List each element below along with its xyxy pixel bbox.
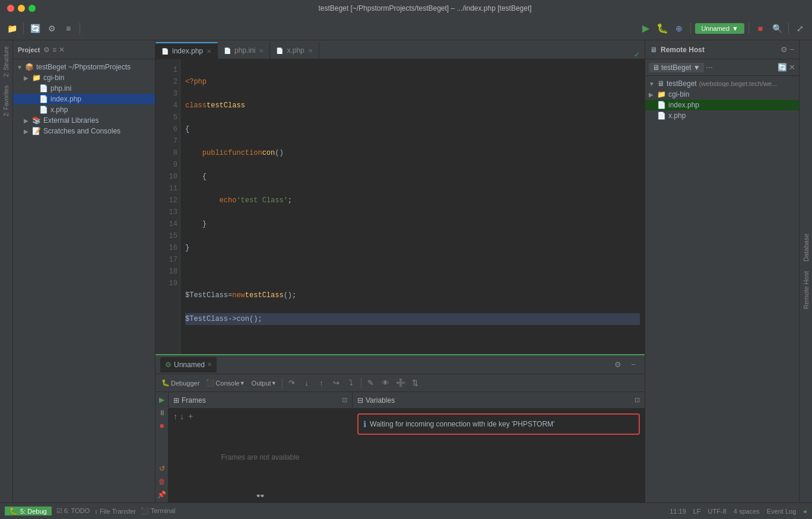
remote-close-icon[interactable]: ✕ [789,63,795,72]
tab-icon-xphp: 📄 [276,47,283,54]
close-tab-phpini[interactable]: ✕ [259,47,264,54]
add-watch-icon[interactable]: ➕ [394,377,407,390]
step-over-icon[interactable]: ↷ [286,377,299,390]
debug-settings-icon[interactable]: ⚙ [611,358,624,371]
remote-sync-icon[interactable]: 🔄 [778,63,787,72]
stop-icon[interactable]: ■ [753,21,767,36]
close-dot[interactable] [7,5,14,12]
frames-label: Frames [182,396,206,405]
maximize-dot[interactable] [28,5,36,12]
run-config-button[interactable]: Unnamed ▼ [695,23,744,34]
structure-tab[interactable]: 2: Structure [2,43,11,81]
remote-item-server[interactable]: ▼ 🖥 testBeget (webstoqe.beget.tech/we... [645,78,799,89]
output-label: Output [252,380,271,387]
cgi-bin-label: cgi-bin [43,74,64,82]
close-tab-index[interactable]: ✕ [207,48,211,55]
sidebar-item-external-libs[interactable]: ▶ 📚 External Libraries [13,115,155,126]
remote-dots-icon[interactable]: ⋯ [706,63,713,72]
pause-icon[interactable]: ⏸ [157,407,167,418]
statusbar-terminal[interactable]: ⬛ Terminal [141,507,175,515]
stop-debug-icon[interactable]: ■ [157,421,167,431]
statusbar-charset[interactable]: UTF-8 [708,508,727,515]
remote-host-side-tab[interactable]: Remote Host [803,266,810,314]
tab-x-php[interactable]: 📄 x.php ✕ [270,42,319,59]
search-icon[interactable]: 🔍 [770,21,784,36]
run-icon[interactable]: ▶ [639,21,653,36]
remote-server-select[interactable]: 🖥 testBeget ▼ [649,63,704,72]
sort-icon[interactable]: ⇅ [409,377,422,390]
remote-expand-cgibin: ▶ [649,91,655,98]
statusbar-position[interactable]: 11:19 [670,508,686,515]
remote-item-indexphp[interactable]: 📄 index.php [645,100,799,110]
debug-icon[interactable]: 🐛 [655,21,670,36]
settings-icon[interactable]: ⚙ [45,21,59,36]
run-to-cursor-icon[interactable]: ↪ [330,377,343,390]
debugger-tab-btn[interactable]: 🐛 Debugger [159,377,202,390]
down-arrow-btn[interactable]: ↓ [180,412,184,421]
favorites-tab[interactable]: 2: Favorites [2,82,11,120]
sidebar-item-xphp[interactable]: 📄 x.php [13,104,155,115]
evaluate-icon[interactable]: ✎ [364,377,378,390]
sidebar-item-phpini[interactable]: 📄 php.ini [13,83,155,94]
rerun-icon[interactable]: ↺ [157,463,167,474]
sidebar-item-cgi-bin[interactable]: ▶ 📁 cgi-bin [13,72,155,83]
menu-icon[interactable]: ≡ [61,21,75,36]
remote-host-title: Remote Host [661,46,777,54]
debug-session-close[interactable]: ✕ [207,361,212,368]
watch-icon[interactable]: 👁 [379,377,392,390]
pin-icon[interactable]: 📌 [157,489,167,500]
step-out-icon[interactable]: ↑ [315,377,328,390]
code-line-4: public function con() [185,147,640,159]
statusbar-todo[interactable]: ☑ 6: TODO [56,507,90,515]
minimize-dot[interactable] [18,5,25,12]
sidebar-close-icon[interactable]: ✕ [59,46,65,54]
sidebar-item-scratches[interactable]: ▶ 📝 Scratches and Consoles [13,126,155,136]
close-tab-xphp[interactable]: ✕ [308,47,313,54]
console-icon: ⬛ [206,379,214,387]
sync-icon[interactable]: 🔄 [28,21,42,36]
tab-index-php[interactable]: 📄 index.php ✕ [156,42,218,59]
up-arrow-btn[interactable]: ↑ [173,412,177,421]
remote-folder-icon: 📁 [657,90,666,98]
sidebar-item-project[interactable]: ▼ 📦 testBeget ~/PhpstormProjects [13,62,155,72]
variables-maximize-icon[interactable]: ⊡ [635,396,640,404]
server-icon: 🖥 [652,63,659,72]
charset-text: UTF-8 [708,508,727,515]
remote-host-server-icon: 🖥 [650,46,657,54]
project-icon: 📦 [25,63,34,71]
tab-php-ini[interactable]: 📄 php.ini ✕ [218,42,270,59]
sidebar-settings-icon[interactable]: ⚙ [43,46,50,54]
output-tab-btn[interactable]: Output ▼ [249,377,279,390]
debug-session-tab-unnamed[interactable]: ⚙ Unnamed ✕ [160,357,217,372]
remote-item-cgibin[interactable]: ▶ 📁 cgi-bin [645,89,799,100]
folder-icon[interactable]: 📁 [5,21,19,36]
clear-icon[interactable]: 🗑 [157,476,167,487]
right-edge-tabs: Database Remote Host [799,40,812,502]
resume-icon[interactable]: ▶ [157,394,167,405]
statusbar-file-transfer[interactable]: ↕ File Transfer [94,508,136,515]
sidebar-item-indexphp[interactable]: 📄 index.php [13,94,155,104]
step-into-my-code-icon[interactable]: ⤵ [345,377,358,390]
add-frame-btn[interactable]: ＋ [186,411,195,422]
remote-minimize-icon[interactable]: − [789,45,794,54]
statusbar-debug-btn[interactable]: 🐛 5: Debug [5,507,52,515]
debug-minimize-icon[interactable]: − [627,358,640,371]
debug-session-label: Unnamed [174,361,205,369]
sidebar-collapse-icon[interactable]: ≡ [52,46,56,54]
console-tab-btn[interactable]: ⬛ Console ▼ [204,377,247,390]
debug-sep-2 [361,378,361,389]
code-content[interactable]: <?php class testClass { public function … [180,59,645,354]
database-tab[interactable]: Database [803,229,810,266]
step-into-icon[interactable]: ↓ [300,377,313,390]
statusbar-event-log[interactable]: Event Log [767,508,797,515]
code-editor[interactable]: 12345 678910 1112131415 16171819 <?php c… [156,59,645,354]
code-line-1: <?php [185,76,640,88]
remote-item-xphp[interactable]: 📄 x.php [645,110,799,121]
attach-icon[interactable]: ⊕ [672,21,686,36]
statusbar-indent[interactable]: 4 spaces [734,508,760,515]
maximize-editor-icon[interactable]: ⤢ [793,21,807,36]
toolbar-sep-2 [80,23,80,34]
statusbar-encoding[interactable]: LF [693,508,701,515]
remote-settings-icon[interactable]: ⚙ [781,45,788,54]
frames-maximize-icon[interactable]: ⊡ [342,396,347,404]
